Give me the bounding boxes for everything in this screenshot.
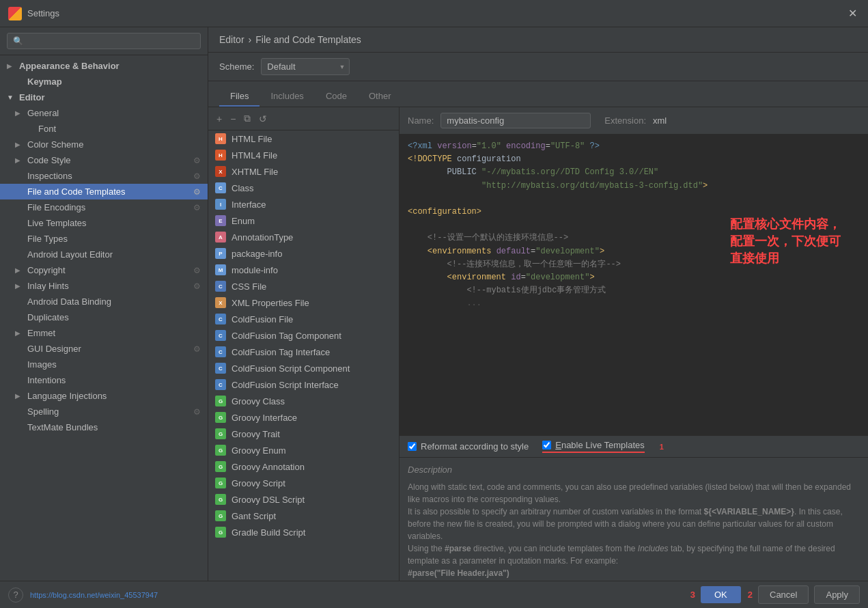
html-file-icon: H [215, 133, 226, 144]
sidebar-item-spelling[interactable]: Spelling ⚙ [0, 404, 208, 419]
code-editor[interactable]: <?xml version="1.0" encoding="UTF-8" ?> … [400, 135, 868, 435]
sidebar-item-lang-injections[interactable]: ▶ Language Injections [0, 388, 208, 404]
sidebar-item-code-style[interactable]: ▶ Code Style ⚙ [0, 152, 208, 168]
reformat-checkbox-label[interactable]: Reformat according to style [408, 441, 529, 452]
description-title: Description [408, 463, 860, 477]
breadcrumb-current: File and Code Templates [255, 34, 361, 45]
list-item[interactable]: C CSS File [208, 278, 399, 294]
gradle-icon: G [215, 527, 226, 538]
list-item[interactable]: C ColdFusion Script Component [208, 360, 399, 376]
sidebar-item-android-layout[interactable]: Android Layout Editor [0, 247, 208, 262]
list-item[interactable]: G Groovy DSL Script [208, 491, 399, 508]
sidebar-item-label: Inspections [27, 171, 72, 181]
list-item[interactable]: I Interface [208, 196, 399, 212]
name-label: Name: [408, 115, 434, 126]
close-button[interactable]: ✕ [845, 4, 860, 23]
window-title: Settings [27, 8, 845, 18]
class-file-icon: C [215, 182, 226, 193]
bottom-right: 3 OK 2 Cancel Apply [689, 585, 860, 604]
sidebar-item-images[interactable]: Images [0, 357, 208, 372]
list-item[interactable]: G Gradle Build Script [208, 524, 399, 540]
reset-template-button[interactable]: ↺ [256, 112, 270, 126]
list-item[interactable]: C ColdFusion Tag Component [208, 327, 399, 344]
settings-icon: ⚙ [193, 407, 201, 417]
sidebar-item-file-types[interactable]: File Types [0, 231, 208, 247]
name-ext-row: Name: Extension: xml [400, 107, 868, 135]
list-item[interactable]: C ColdFusion Script Interface [208, 376, 399, 393]
list-item[interactable]: G Groovy Annotation [208, 458, 399, 475]
list-item[interactable]: X XHTML File [208, 163, 399, 180]
list-item[interactable]: G Groovy Enum [208, 442, 399, 458]
list-item[interactable]: G Groovy Interface [208, 409, 399, 426]
add-template-button[interactable]: + [214, 112, 225, 126]
apply-button[interactable]: Apply [814, 585, 860, 604]
sidebar-item-file-code-templates[interactable]: File and Code Templates ⚙ [0, 184, 208, 199]
file-list-toolbar: + − ⧉ ↺ [208, 107, 399, 130]
sidebar-item-general[interactable]: ▶ General [0, 105, 208, 121]
list-item[interactable]: X XML Properties File [208, 294, 399, 311]
groovy-enum-icon: G [215, 445, 226, 456]
file-item-label: Groovy Script [232, 478, 285, 488]
sidebar-item-android-data[interactable]: Android Data Binding [0, 294, 208, 309]
tab-files[interactable]: Files [219, 87, 260, 107]
cancel-button[interactable]: Cancel [758, 585, 809, 604]
interface-file-icon: I [215, 199, 226, 210]
sidebar-item-gui-designer[interactable]: GUI Designer ⚙ [0, 341, 208, 357]
code-line: <!DOCTYPE configuration [408, 153, 860, 166]
sidebar-item-appearance[interactable]: ▶ Appearance & Behavior [0, 58, 208, 74]
sidebar-item-file-encodings[interactable]: File Encodings ⚙ [0, 199, 208, 215]
sidebar-item-inlay-hints[interactable]: ▶ Inlay Hints ⚙ [0, 278, 208, 294]
sidebar-item-intentions[interactable]: Intentions [0, 372, 208, 388]
sidebar-item-inspections[interactable]: Inspections ⚙ [0, 168, 208, 184]
list-item[interactable]: G Groovy Class [208, 393, 399, 409]
list-item[interactable]: C Class [208, 180, 399, 196]
ok-button[interactable]: OK [701, 586, 741, 603]
tab-includes[interactable]: Includes [260, 87, 314, 107]
list-item[interactable]: P package-info [208, 245, 399, 262]
list-item[interactable]: C ColdFusion Tag Interface [208, 344, 399, 360]
file-item-label: Groovy Interface [232, 413, 297, 423]
sidebar-item-keymap[interactable]: Keymap [0, 74, 208, 89]
reformat-checkbox[interactable] [408, 442, 417, 451]
copy-template-button[interactable]: ⧉ [241, 111, 253, 126]
help-button[interactable]: ? [8, 588, 23, 603]
tab-other[interactable]: Other [358, 87, 402, 107]
remove-template-button[interactable]: − [227, 112, 238, 126]
name-input[interactable] [440, 113, 591, 128]
sidebar-item-editor[interactable]: ▼ Editor [0, 89, 208, 105]
sidebar-item-label: Spelling [27, 406, 59, 417]
live-templates-checkbox-label[interactable]: Enable Live Templates [542, 440, 645, 453]
list-item[interactable]: G Gant Script [208, 508, 399, 524]
sidebar-item-color-scheme[interactable]: ▶ Color Scheme [0, 137, 208, 152]
scheme-select[interactable]: Default [261, 58, 350, 75]
sidebar-item-emmet[interactable]: ▶ Emmet [0, 325, 208, 341]
sidebar-item-textmate[interactable]: TextMate Bundles [0, 419, 208, 435]
sidebar-item-live-templates[interactable]: Live Templates [0, 215, 208, 231]
list-item[interactable]: E Enum [208, 212, 399, 229]
sidebar-item-font[interactable]: Font [0, 121, 208, 137]
list-item[interactable]: C ColdFusion File [208, 311, 399, 327]
groovy-script-icon: G [215, 478, 226, 488]
search-input[interactable] [7, 33, 201, 49]
code-line: <!--mybatis使用jdbc事务管理方式 [408, 284, 860, 297]
list-item[interactable]: H HTML File [208, 130, 399, 147]
list-item[interactable]: M module-info [208, 262, 399, 278]
list-item[interactable]: H HTML4 File [208, 147, 399, 163]
code-line [408, 219, 860, 232]
list-item[interactable]: G Groovy Trait [208, 426, 399, 442]
tab-code[interactable]: Code [315, 87, 358, 107]
list-item[interactable]: G Groovy Script [208, 475, 399, 491]
live-templates-checkbox[interactable] [542, 441, 551, 450]
ext-value: xml [653, 115, 667, 126]
app-icon [8, 7, 22, 20]
sidebar-item-duplicates[interactable]: Duplicates [0, 309, 208, 325]
code-line [408, 193, 860, 206]
sidebar-item-copyright[interactable]: ▶ Copyright ⚙ [0, 262, 208, 278]
sidebar-item-label: Copyright [27, 265, 66, 275]
file-item-label: Groovy Annotation [232, 462, 305, 472]
expand-arrow: ▶ [15, 109, 23, 117]
expand-arrow: ▶ [15, 392, 23, 400]
list-item[interactable]: A AnnotationType [208, 229, 399, 245]
sidebar-item-label: Code Style [27, 155, 71, 165]
file-item-label: Gant Script [232, 511, 276, 521]
